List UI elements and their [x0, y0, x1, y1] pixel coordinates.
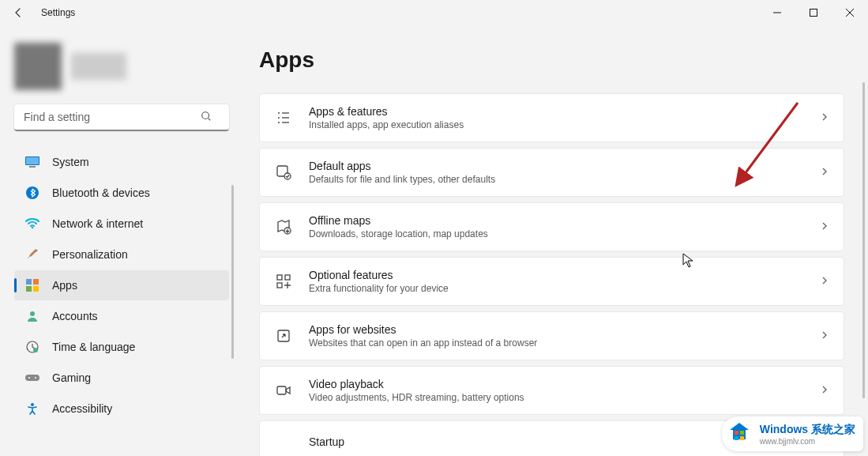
- card-optional-features[interactable]: Optional features Extra functionality fo…: [259, 257, 844, 306]
- sidebar-item-system[interactable]: System: [14, 147, 229, 177]
- sidebar: System Bluetooth & devices Network & int…: [0, 25, 237, 456]
- chevron-right-icon: [820, 329, 829, 343]
- card-title: Optional features: [309, 269, 820, 281]
- svg-rect-40: [740, 431, 744, 435]
- card-default-apps[interactable]: Default apps Defaults for file and link …: [259, 148, 844, 197]
- sidebar-item-accessibility[interactable]: Accessibility: [14, 394, 229, 424]
- sidebar-item-label: Apps: [52, 279, 77, 292]
- search-input[interactable]: [14, 104, 229, 131]
- svg-rect-15: [33, 286, 39, 292]
- maximize-button[interactable]: [795, 0, 832, 25]
- svg-rect-8: [29, 166, 36, 168]
- list-icon: [274, 108, 293, 127]
- svg-rect-12: [26, 279, 32, 285]
- settings-card-list: Apps & features Installed apps, app exec…: [259, 93, 854, 456]
- sidebar-item-apps[interactable]: Apps: [14, 270, 229, 300]
- chevron-right-icon: [820, 383, 829, 398]
- card-desc: Websites that can open in an app instead…: [309, 337, 820, 349]
- avatar: [14, 43, 62, 90]
- sidebar-item-label: Network & internet: [52, 217, 143, 230]
- wifi-icon: [25, 217, 39, 231]
- svg-rect-1: [810, 9, 817, 17]
- windows-logo-icon: [725, 420, 753, 448]
- chevron-right-icon: [820, 220, 829, 234]
- card-desc: Defaults for file and link types, other …: [309, 174, 820, 185]
- svg-point-21: [35, 377, 36, 379]
- accessibility-icon: [25, 401, 39, 416]
- clock-globe-icon: [25, 340, 39, 354]
- main-panel: Apps Apps & features Installed apps, app…: [237, 25, 868, 456]
- sidebar-scrollbar[interactable]: [231, 185, 234, 359]
- monitor-icon: [25, 155, 39, 169]
- card-offline-maps[interactable]: Offline maps Downloads, storage location…: [259, 202, 844, 251]
- card-apps-for-websites[interactable]: Apps for websites Websites that can open…: [259, 311, 844, 360]
- svg-rect-33: [285, 275, 290, 280]
- chevron-right-icon: [820, 274, 829, 288]
- sidebar-item-network[interactable]: Network & internet: [14, 209, 229, 239]
- svg-rect-14: [26, 286, 32, 292]
- svg-point-22: [31, 403, 34, 406]
- watermark-url: www.bjjmlv.com: [760, 437, 855, 446]
- video-icon: [274, 381, 293, 400]
- sidebar-item-personalization[interactable]: Personalization: [14, 239, 229, 269]
- watermark: Windows 系统之家 www.bjjmlv.com: [722, 416, 863, 451]
- sidebar-item-label: Personalization: [52, 248, 128, 261]
- card-desc: Video adjustments, HDR streaming, batter…: [309, 392, 820, 403]
- sidebar-item-label: System: [52, 156, 89, 168]
- card-desc: Extra functionality for your device: [309, 283, 820, 294]
- svg-rect-7: [26, 157, 39, 164]
- card-title: Apps for websites: [309, 323, 820, 336]
- nav-list: System Bluetooth & devices Network & int…: [6, 147, 237, 424]
- open-external-icon: [274, 326, 293, 345]
- svg-rect-42: [740, 436, 744, 440]
- default-app-icon: [274, 163, 293, 182]
- minimize-button[interactable]: [759, 0, 795, 25]
- main-scrollbar[interactable]: [862, 82, 865, 398]
- svg-rect-13: [33, 279, 39, 285]
- sidebar-item-label: Accessibility: [52, 402, 112, 415]
- card-apps-features[interactable]: Apps & features Installed apps, app exec…: [259, 93, 844, 142]
- svg-point-10: [32, 227, 34, 229]
- sidebar-item-label: Gaming: [52, 371, 91, 384]
- page-title: Apps: [259, 47, 854, 73]
- user-name: [71, 53, 126, 80]
- chevron-right-icon: [820, 111, 829, 125]
- card-desc: Downloads, storage location, map updates: [309, 228, 820, 239]
- svg-point-4: [202, 112, 209, 119]
- grid-plus-icon: [274, 272, 293, 291]
- sidebar-item-time-language[interactable]: Time & language: [14, 332, 229, 362]
- svg-rect-39: [735, 431, 738, 435]
- card-desc: Installed apps, app execution aliases: [309, 119, 820, 130]
- svg-rect-19: [25, 375, 39, 381]
- user-profile[interactable]: [6, 32, 237, 104]
- close-button[interactable]: [832, 0, 868, 25]
- startup-icon: [274, 432, 293, 451]
- sidebar-item-bluetooth[interactable]: Bluetooth & devices: [14, 178, 229, 208]
- watermark-title: Windows 系统之家: [760, 423, 855, 437]
- person-icon: [25, 309, 39, 323]
- card-title: Apps & features: [309, 105, 820, 118]
- svg-rect-32: [277, 275, 282, 280]
- apps-icon: [25, 278, 39, 292]
- card-title: Offline maps: [309, 214, 820, 227]
- gamepad-icon: [25, 371, 39, 385]
- svg-point-18: [33, 348, 38, 352]
- svg-rect-34: [277, 283, 282, 288]
- sidebar-item-label: Accounts: [52, 310, 98, 322]
- card-title: Video playback: [309, 378, 820, 390]
- back-button[interactable]: [0, 0, 36, 25]
- sidebar-item-label: Time & language: [52, 341, 135, 353]
- sidebar-item-gaming[interactable]: Gaming: [14, 363, 229, 393]
- card-video-playback[interactable]: Video playback Video adjustments, HDR st…: [259, 366, 844, 415]
- bluetooth-icon: [25, 186, 39, 200]
- window-title: Settings: [41, 7, 75, 18]
- map-download-icon: [274, 217, 293, 236]
- chevron-right-icon: [820, 165, 829, 179]
- svg-line-5: [209, 119, 211, 121]
- sidebar-item-accounts[interactable]: Accounts: [14, 301, 229, 331]
- svg-rect-41: [735, 436, 738, 440]
- svg-point-20: [28, 377, 30, 379]
- svg-rect-36: [277, 386, 286, 394]
- svg-point-16: [30, 311, 35, 316]
- titlebar: Settings: [0, 0, 868, 25]
